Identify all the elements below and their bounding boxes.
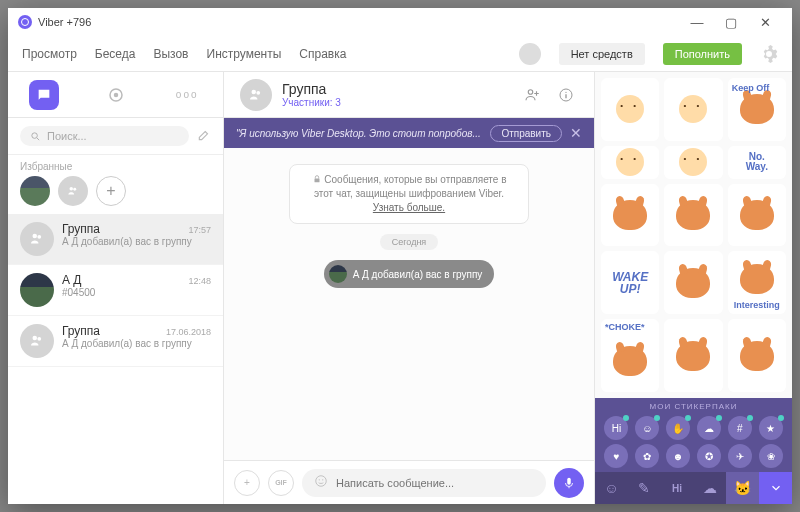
group-icon — [66, 184, 80, 198]
voice-button[interactable] — [554, 468, 584, 498]
promo-text: "Я использую Viber Desktop. Это стоит по… — [236, 128, 482, 139]
pack-item[interactable]: ♥ — [604, 444, 628, 468]
btab-hi[interactable]: Hi — [661, 472, 694, 504]
chat-name: Группа — [62, 222, 100, 236]
tab-calls[interactable] — [80, 72, 152, 117]
favorites-row: + — [8, 176, 223, 214]
btab-pack[interactable]: ☁ — [693, 472, 726, 504]
settings-icon[interactable] — [760, 45, 778, 63]
promo-send-button[interactable]: Отправить — [490, 125, 562, 142]
pack-item[interactable]: ★ — [759, 416, 783, 440]
encryption-learn-more[interactable]: Узнать больше. — [373, 202, 445, 213]
sticker-caption: Keep Off — [732, 84, 770, 93]
sticker-item[interactable] — [601, 146, 659, 179]
chat-list[interactable]: Группа17:57 А Д добавил(а) вас в группу … — [8, 214, 223, 504]
add-user-icon — [523, 86, 541, 104]
menu-help[interactable]: Справка — [299, 47, 346, 61]
sticker-caption: No. Way. — [742, 152, 771, 172]
sticker-item[interactable]: No. Way. — [728, 146, 786, 179]
chat-item[interactable]: Группа17.06.2018 А Д добавил(а) вас в гр… — [8, 316, 223, 367]
pack-item[interactable]: ✋ — [666, 416, 690, 440]
chat-snippet: #04500 — [62, 287, 211, 298]
sticker-item[interactable] — [664, 78, 722, 141]
sticker-item[interactable] — [664, 251, 722, 314]
sticker-item[interactable] — [664, 319, 722, 392]
attach-button[interactable]: + — [234, 470, 260, 496]
sticker-item[interactable]: WAKE UP! — [601, 251, 659, 314]
tab-chats[interactable] — [8, 72, 80, 117]
pack-item[interactable]: ✪ — [697, 444, 721, 468]
btab-recent[interactable]: ✎ — [628, 472, 661, 504]
svg-point-10 — [252, 89, 257, 94]
sticker-item[interactable] — [601, 184, 659, 247]
svg-point-2 — [32, 132, 37, 138]
sticker-panel: Keep Off No. Way. WAKE UP! Interesting *… — [594, 72, 792, 504]
add-participant-button[interactable] — [520, 83, 544, 107]
menu-conversation[interactable]: Беседа — [95, 47, 136, 61]
pack-item[interactable]: ☺ — [635, 416, 659, 440]
pack-item[interactable]: # — [728, 416, 752, 440]
svg-point-17 — [316, 475, 327, 486]
info-icon — [558, 87, 574, 103]
svg-point-5 — [73, 188, 76, 191]
search-input-wrap[interactable]: Поиск... — [20, 126, 189, 146]
microphone-icon — [562, 476, 576, 490]
menu-tools[interactable]: Инструменты — [207, 47, 282, 61]
svg-point-19 — [322, 479, 323, 480]
favorite-contact-2[interactable] — [58, 176, 88, 206]
pack-item[interactable]: ☻ — [666, 444, 690, 468]
sticker-bottom-tabs: ☺ ✎ Hi ☁ 🐱 — [595, 472, 792, 504]
account-avatar[interactable] — [519, 43, 541, 65]
chat-info-button[interactable] — [554, 83, 578, 107]
compose-button[interactable] — [197, 128, 211, 145]
pack-item[interactable]: ✈ — [728, 444, 752, 468]
sticker-item[interactable] — [601, 78, 659, 141]
menu-call[interactable]: Вызов — [153, 47, 188, 61]
chat-participants[interactable]: Участники: 3 — [282, 97, 341, 108]
sticker-caption: WAKE UP! — [612, 271, 648, 295]
add-favorite-button[interactable]: + — [96, 176, 126, 206]
sticker-item[interactable]: *CHOKE* — [601, 319, 659, 392]
chat-time: 17:57 — [188, 225, 211, 235]
pack-item[interactable]: Hi — [604, 416, 628, 440]
sticker-caption: *CHOKE* — [605, 323, 645, 332]
chat-item[interactable]: А Д12:48 #04500 — [8, 265, 223, 316]
chat-header-avatar[interactable] — [240, 79, 272, 111]
btab-collapse[interactable] — [759, 472, 792, 504]
btab-emoji[interactable]: ☺ — [595, 472, 628, 504]
svg-rect-20 — [567, 477, 571, 484]
svg-point-6 — [33, 234, 38, 239]
sticker-item[interactable] — [728, 184, 786, 247]
sticker-item[interactable]: Keep Off — [728, 78, 786, 141]
balance-label[interactable]: Нет средств — [559, 43, 645, 65]
maximize-button[interactable]: ▢ — [714, 10, 748, 34]
sticker-packs: МОИ СТИКЕРПАКИ Hi ☺ ✋ ☁ # ★ ♥ ✿ ☻ ✪ ✈ ❀ — [595, 398, 792, 472]
gif-button[interactable]: GIF — [268, 470, 294, 496]
message-list[interactable]: Сообщения, которые вы отправляете в этот… — [224, 148, 594, 460]
minimize-button[interactable]: — — [680, 10, 714, 34]
chat-item[interactable]: Группа17:57 А Д добавил(а) вас в группу — [8, 214, 223, 265]
message-input[interactable] — [336, 477, 534, 489]
chat-time: 17.06.2018 — [166, 327, 211, 337]
menu-view[interactable]: Просмотр — [22, 47, 77, 61]
sticker-item[interactable] — [728, 319, 786, 392]
sticker-item[interactable] — [664, 146, 722, 179]
chat-header: Группа Участники: 3 — [224, 72, 594, 118]
pack-item[interactable]: ❀ — [759, 444, 783, 468]
pack-item[interactable]: ☁ — [697, 416, 721, 440]
btab-cat[interactable]: 🐱 — [726, 472, 759, 504]
svg-point-4 — [70, 187, 74, 191]
sticker-item[interactable]: Interesting — [728, 251, 786, 314]
sticker-item[interactable] — [664, 184, 722, 247]
date-separator: Сегодня — [380, 234, 439, 250]
close-button[interactable]: ✕ — [748, 10, 782, 34]
tab-more[interactable]: ooo — [151, 72, 223, 117]
sticker-grid[interactable]: Keep Off No. Way. WAKE UP! Interesting *… — [595, 72, 792, 398]
emoji-button[interactable] — [314, 474, 328, 492]
favorite-contact-1[interactable] — [20, 176, 50, 206]
promo-close-button[interactable]: ✕ — [570, 125, 582, 141]
pack-item[interactable]: ✿ — [635, 444, 659, 468]
topup-button[interactable]: Пополнить — [663, 43, 742, 65]
menubar: Просмотр Беседа Вызов Инструменты Справк… — [8, 36, 792, 72]
svg-point-9 — [37, 337, 41, 341]
